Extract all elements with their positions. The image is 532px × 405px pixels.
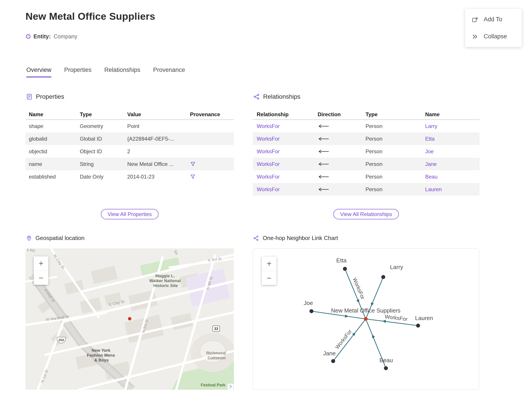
geospatial-section-header: Geospatial location: [26, 235, 85, 242]
property-row: established Date Only 2014-01-23: [26, 170, 234, 183]
entity-type-icon: [26, 34, 31, 39]
properties-icon: [26, 93, 33, 100]
relationship-row: WorksFor Person Joe: [253, 145, 479, 158]
node-center-entity[interactable]: [364, 317, 368, 321]
relationship-link[interactable]: WorksFor: [253, 174, 314, 180]
relationships-section-header: Relationships: [253, 93, 300, 100]
node-joe[interactable]: [309, 309, 313, 313]
col-header-value: Value: [124, 111, 187, 118]
map-zoom-in-button[interactable]: +: [34, 256, 48, 270]
chart-zoom-in-button[interactable]: +: [262, 256, 276, 271]
property-value: 2014-01-23: [124, 174, 187, 180]
relationship-link[interactable]: WorksFor: [253, 186, 314, 193]
node-label-lauren: Lauren: [415, 315, 433, 321]
add-to-icon: [472, 16, 478, 23]
property-name: established: [26, 174, 76, 180]
map-attribution-toggle-icon[interactable]: [228, 384, 233, 390]
node-jane[interactable]: [331, 359, 335, 363]
node-etta[interactable]: [343, 267, 347, 271]
collapse-chevrons-icon: [472, 33, 478, 40]
incoming-arrow-icon: [318, 137, 329, 141]
relationship-name-link[interactable]: Larry: [421, 123, 479, 129]
entity-label: Entity:: [33, 33, 51, 40]
col-header-name: Name: [421, 111, 479, 118]
link-chart-canvas[interactable]: WorksFor WorksFor WorksFor Etta Larry Jo…: [253, 249, 479, 390]
col-header-direction: Direction: [314, 111, 362, 118]
tab-bar: Overview Properties Relationships Proven…: [26, 67, 185, 77]
entity-location-marker[interactable]: [128, 317, 131, 320]
add-to-button[interactable]: Add To: [472, 16, 515, 23]
edge-label-worksfor: WorksFor: [384, 313, 408, 322]
provenance-flag-icon[interactable]: [190, 174, 196, 180]
node-label-joe: Joe: [304, 300, 313, 306]
node-lauren[interactable]: [416, 324, 420, 328]
property-type: Global ID: [76, 136, 124, 142]
node-label-larry: Larry: [390, 264, 403, 270]
map-zoom-out-button[interactable]: −: [34, 270, 48, 285]
relationship-type: Person: [362, 186, 421, 193]
properties-section-header: Properties: [26, 93, 64, 100]
relationship-link[interactable]: WorksFor: [253, 136, 314, 142]
relationships-table: Relationship Direction Type Name WorksFo…: [253, 109, 479, 196]
entity-line: Entity: Company: [26, 33, 77, 40]
entity-detail-page: New Metal Office Suppliers Entity: Compa…: [0, 0, 532, 405]
relationship-row: WorksFor Person Beau: [253, 170, 479, 183]
relationships-heading: Relationships: [263, 93, 300, 100]
relationship-link[interactable]: WorksFor: [253, 161, 314, 167]
col-header-name: Name: [26, 111, 76, 118]
property-value: 2: [124, 148, 187, 155]
incoming-arrow-icon: [318, 124, 329, 128]
tab-relationships[interactable]: Relationships: [104, 67, 140, 77]
chart-zoom-out-button[interactable]: −: [262, 271, 276, 285]
view-all-properties-button[interactable]: View All Properties: [101, 209, 159, 219]
tab-properties[interactable]: Properties: [64, 67, 92, 77]
direction-cell: [314, 187, 362, 191]
col-header-provenance: Provenance: [187, 111, 234, 118]
property-type: Object ID: [76, 148, 124, 155]
relationship-row: WorksFor Person Etta: [253, 132, 479, 145]
tab-overview[interactable]: Overview: [26, 67, 51, 77]
map-canvas[interactable]: k Rd Sa W Clay St arshall St W Marshall …: [26, 248, 234, 390]
relationship-row: WorksFor Person Larry: [253, 120, 479, 132]
property-name: objectid: [26, 148, 76, 155]
edge-label-worksfor: WorksFor: [352, 277, 366, 300]
property-provenance: [187, 161, 234, 167]
festival-park-label: Festival Park: [201, 383, 226, 387]
chart-zoom-control: + −: [262, 256, 276, 285]
relationship-name-link[interactable]: Jane: [421, 161, 479, 167]
map-zoom-control: + −: [34, 256, 48, 285]
relationship-name-link[interactable]: Beau: [421, 174, 479, 180]
collapse-button[interactable]: Collapse: [472, 33, 515, 40]
direction-cell: [314, 149, 362, 154]
property-row: shape Geometry Point: [26, 120, 234, 132]
tab-provenance[interactable]: Provenance: [153, 67, 185, 77]
node-larry[interactable]: [381, 275, 385, 279]
view-all-relationships-button[interactable]: View All Relationships: [333, 209, 399, 219]
center-node-label: New Metal Office Suppliers: [331, 307, 400, 314]
link-chart-section-header: One-hop Neighbor Link Chart: [253, 235, 338, 242]
property-name: shape: [26, 123, 76, 129]
direction-cell: [314, 137, 362, 141]
svg-text:250: 250: [58, 338, 64, 342]
svg-text:33: 33: [214, 327, 218, 331]
property-type: Geometry: [76, 123, 124, 129]
action-menu: Add To Collapse: [465, 9, 522, 47]
link-chart-icon: [253, 235, 259, 241]
relationship-type: Person: [362, 123, 421, 129]
link-chart-panel: + − WorksFor WorksFor: [253, 248, 479, 390]
property-value: {A228944F-0EF5-...: [124, 136, 187, 142]
incoming-arrow-icon: [318, 149, 329, 154]
relationship-link[interactable]: WorksFor: [253, 123, 314, 129]
map-pin-icon: [26, 235, 32, 241]
property-name: globalid: [26, 136, 76, 142]
relationship-link[interactable]: WorksFor: [253, 148, 314, 155]
property-value: New Metal Office ...: [124, 161, 187, 167]
node-beau[interactable]: [384, 366, 388, 370]
relationship-name-link[interactable]: Joe: [421, 148, 479, 155]
add-to-label: Add To: [484, 16, 502, 23]
provenance-flag-icon[interactable]: [190, 161, 196, 167]
property-type: String: [76, 161, 124, 167]
relationship-name-link[interactable]: Lauren: [421, 186, 479, 193]
relationship-name-link[interactable]: Etta: [421, 136, 479, 142]
relationship-row: WorksFor Person Jane: [253, 158, 479, 170]
